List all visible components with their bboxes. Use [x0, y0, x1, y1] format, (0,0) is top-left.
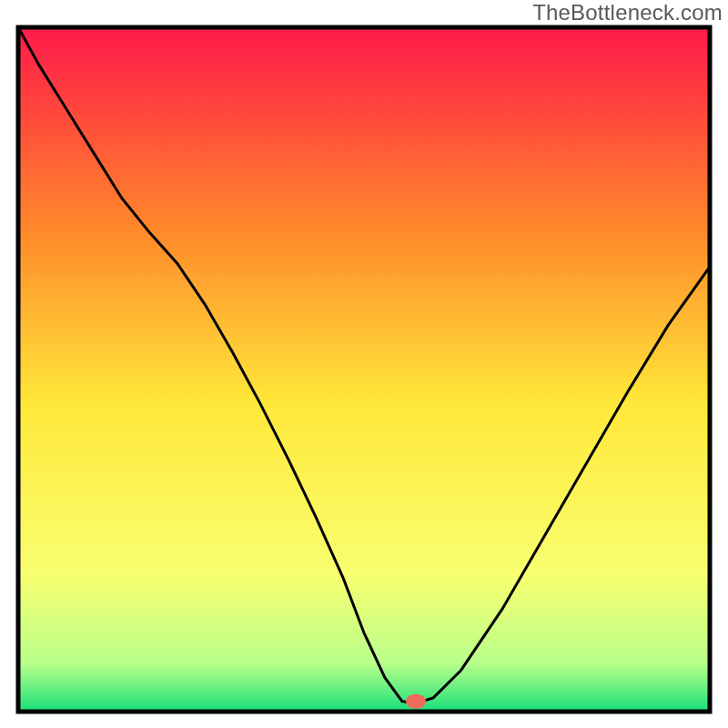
optimal-point-marker	[406, 694, 426, 709]
bottleneck-chart-frame: { "watermark": "TheBottleneck.com", "col…	[0, 0, 728, 728]
plot-gradient-background	[18, 27, 710, 712]
bottleneck-chart	[0, 0, 728, 728]
watermark-text: TheBottleneck.com	[532, 0, 723, 25]
